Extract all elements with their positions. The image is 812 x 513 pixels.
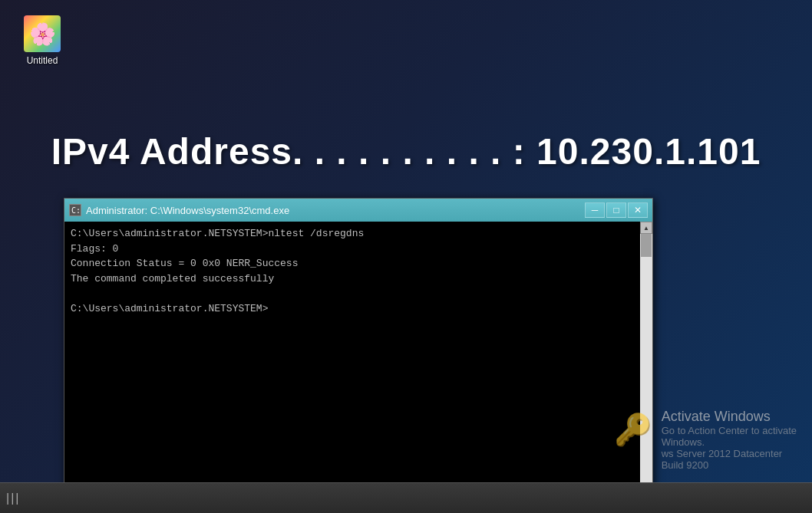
cmd-line-2: Flags: 0 [71, 242, 634, 257]
activate-windows-watermark: 🔑 Activate Windows Go to Action Center t… [614, 409, 797, 471]
key-icon: 🔑 [614, 412, 652, 448]
cmd-titlebar-left: C:\ Administrator: C:\Windows\system32\c… [69, 204, 289, 216]
desktop-icon-label: Untitled [27, 55, 58, 66]
svg-text:C:\: C:\ [71, 206, 81, 215]
cmd-scroll-thumb[interactable] [641, 234, 652, 257]
cmd-line-1: C:\Users\administrator.NETSYSTEM>nltest … [71, 226, 634, 242]
cmd-line-5 [71, 286, 634, 301]
desktop: 🌸 Untitled IPv4 Address. . . . . . . . .… [0, 0, 812, 513]
cmd-body: C:\Users\administrator.NETSYSTEM>nltest … [64, 222, 652, 513]
desktop-icon-untitled[interactable]: 🌸 Untitled [15, 15, 69, 66]
activate-subtitle: Go to Action Center to activate [662, 425, 797, 436]
cmd-close-button[interactable]: ✕ [628, 202, 648, 218]
activate-edition: ws Server 2012 Datacenter [662, 448, 797, 459]
cmd-line-4: The command completed successfully [71, 271, 634, 287]
taskbar-dots: ||| [0, 492, 26, 505]
cmd-scroll-up[interactable]: ▲ [640, 222, 652, 234]
activate-title: Activate Windows [662, 409, 797, 425]
cmd-maximize-button[interactable]: □ [606, 202, 626, 218]
cmd-window: C:\ Administrator: C:\Windows\system32\c… [64, 198, 653, 513]
cmd-content[interactable]: C:\Users\administrator.NETSYSTEM>nltest … [64, 222, 640, 513]
taskbar: ||| [0, 482, 812, 513]
ipv4-address-display: IPv4 Address. . . . . . . . . . : 10.230… [0, 130, 812, 173]
cmd-titlebar: C:\ Administrator: C:\Windows\system32\c… [64, 199, 652, 222]
activate-build: Build 9200 [662, 459, 797, 471]
cmd-title: Administrator: C:\Windows\system32\cmd.e… [86, 205, 289, 216]
cmd-window-buttons: ─ □ ✕ [585, 202, 648, 218]
desktop-icon-image: 🌸 [24, 15, 61, 52]
activate-text: Activate Windows Go to Action Center to … [662, 409, 797, 471]
cmd-icon: C:\ [69, 204, 81, 216]
activate-line3: Windows. [662, 436, 797, 448]
cmd-minimize-button[interactable]: ─ [585, 202, 605, 218]
cmd-line-6: C:\Users\administrator.NETSYSTEM> [71, 301, 634, 317]
cmd-line-3: Connection Status = 0 0x0 NERR_Success [71, 256, 634, 271]
